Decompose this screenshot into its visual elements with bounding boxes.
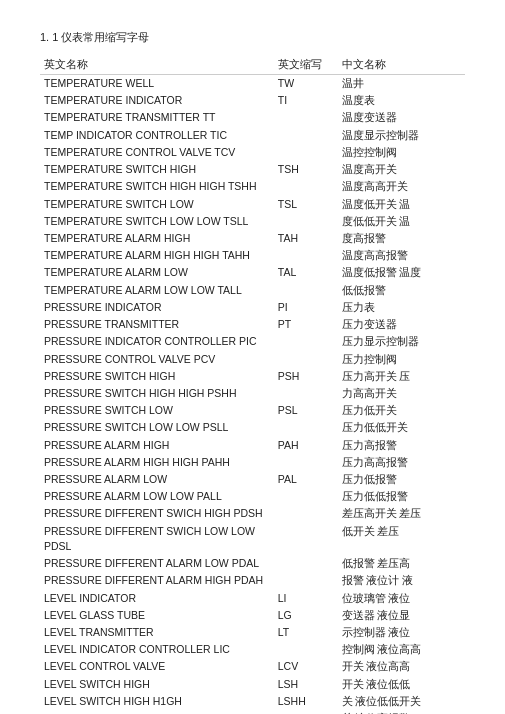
cell-zh-name: 温度低报警 温度	[338, 264, 466, 281]
cell-zh-name: 变送器 液位显	[338, 607, 466, 624]
table-row: PRESSURE SWITCH LOWPSL压力低开关	[40, 402, 465, 419]
cell-zh-name: 低开关 差压	[338, 523, 466, 555]
cell-en-name: PRESSURE TRANSMITTER	[40, 316, 274, 333]
header-zh-name: 中文名称	[338, 55, 466, 75]
table-row: LEVEL INDICATORLI位玻璃管 液位	[40, 590, 465, 607]
table-row: TEMPERATURE ALARM LOW LOW TALL低低报警	[40, 282, 465, 299]
cell-zh-name: 温控控制阀	[338, 144, 466, 161]
cell-zh-name: 报警 液位计 液	[338, 572, 466, 589]
table-row: LEVEL GLASS TUBELG变送器 液位显	[40, 607, 465, 624]
cell-abbr: LCV	[274, 658, 338, 675]
table-row: TEMPERATURE SWITCH HIGH HIGH TSHH温度高高开关	[40, 178, 465, 195]
cell-zh-name: 温度表	[338, 92, 466, 109]
cell-zh-name: 示控制器 液位	[338, 624, 466, 641]
table-row: TEMPERATURE SWITCH LOW LOW TSLL度低低开关 温	[40, 213, 465, 230]
table-row: LEVEL CONTROL VALVELCV开关 液位高高	[40, 658, 465, 675]
cell-en-name: LEVEL SWITCH LOW	[40, 710, 274, 714]
cell-en-name: PRESSURE DIFFERENT ALARM LOW PDAL	[40, 555, 274, 572]
cell-zh-name: 度高报警	[338, 230, 466, 247]
cell-en-name: TEMPERATURE TRANSMITTER TT	[40, 109, 274, 126]
cell-abbr: PT	[274, 316, 338, 333]
cell-en-name: LEVEL CONTROL VALVE	[40, 658, 274, 675]
cell-en-name: PRESSURE SWITCH LOW LOW PSLL	[40, 419, 274, 436]
table-row: PRESSURE DIFFERENT SWICH LOW LOW PDSL低开关…	[40, 523, 465, 555]
table-row: TEMPERATURE ALARM HIGH HIGH TAHH温度高高报警	[40, 247, 465, 264]
cell-zh-name: 关 液位高报警	[338, 710, 466, 714]
cell-en-name: LEVEL GLASS TUBE	[40, 607, 274, 624]
cell-abbr	[274, 385, 338, 402]
header-en-name: 英文名称	[40, 55, 274, 75]
cell-zh-name: 温度高高开关	[338, 178, 466, 195]
cell-en-name: PRESSURE SWITCH HIGH HIGH PSHH	[40, 385, 274, 402]
cell-zh-name: 开关 液位低低	[338, 676, 466, 693]
cell-en-name: TEMPERATURE SWITCH LOW LOW TSLL	[40, 213, 274, 230]
cell-abbr	[274, 178, 338, 195]
cell-abbr: LSHH	[274, 693, 338, 710]
table-row: PRESSURE ALARM LOWPAL压力低报警	[40, 471, 465, 488]
table-row: PRESSURE SWITCH LOW LOW PSLL压力低低开关	[40, 419, 465, 436]
cell-zh-name: 关 液位低低开关	[338, 693, 466, 710]
cell-en-name: PRESSURE DIFFERENT SWICH LOW LOW PDSL	[40, 523, 274, 555]
cell-zh-name: 温井	[338, 75, 466, 93]
table-row: TEMPERATURE SWITCH LOWTSL温度低开关 温	[40, 196, 465, 213]
section-title: 1. 1 仪表常用缩写字母	[40, 30, 465, 45]
cell-en-name: LEVEL SWITCH HIGH H1GH	[40, 693, 274, 710]
cell-abbr	[274, 109, 338, 126]
table-row: PRESSURE DIFFERENT SWICH HIGH PDSH差压高开关 …	[40, 505, 465, 522]
cell-zh-name: 低低报警	[338, 282, 466, 299]
cell-zh-name: 压力表	[338, 299, 466, 316]
table-row: PRESSURE SWITCH HIGHPSH压力高开关 压	[40, 368, 465, 385]
cell-zh-name: 温度变送器	[338, 109, 466, 126]
cell-en-name: LEVEL TRANSMITTER	[40, 624, 274, 641]
cell-en-name: TEMPERATURE SWITCH HIGH	[40, 161, 274, 178]
cell-en-name: LEVEL SWITCH HIGH	[40, 676, 274, 693]
cell-zh-name: 开关 液位高高	[338, 658, 466, 675]
table-row: TEMPERATURE WELLTW温井	[40, 75, 465, 93]
cell-zh-name: 度低低开关 温	[338, 213, 466, 230]
cell-zh-name: 力高高开关	[338, 385, 466, 402]
cell-abbr: PAL	[274, 471, 338, 488]
cell-en-name: TEMP INDICATOR CONTROLLER TIC	[40, 127, 274, 144]
cell-abbr	[274, 488, 338, 505]
cell-abbr: TI	[274, 92, 338, 109]
table-row: TEMPERATURE ALARM HIGHTAH度高报警	[40, 230, 465, 247]
table-row: PRESSURE ALARM HIGHPAH压力高报警	[40, 437, 465, 454]
cell-en-name: PRESSURE ALARM LOW	[40, 471, 274, 488]
cell-abbr: LSL	[274, 710, 338, 714]
cell-en-name: LEVEL INDICATOR	[40, 590, 274, 607]
table-row: TEMP INDICATOR CONTROLLER TIC温度显示控制器	[40, 127, 465, 144]
cell-en-name: TEMPERATURE CONTROL VALVE TCV	[40, 144, 274, 161]
cell-abbr: PSL	[274, 402, 338, 419]
table-row: PRESSURE INDICATOR CONTROLLER PIC压力显示控制器	[40, 333, 465, 350]
cell-abbr	[274, 351, 338, 368]
cell-abbr	[274, 247, 338, 264]
cell-abbr: TSL	[274, 196, 338, 213]
cell-en-name: PRESSURE DIFFERENT ALARM HIGH PDAH	[40, 572, 274, 589]
cell-abbr	[274, 454, 338, 471]
cell-en-name: TEMPERATURE ALARM HIGH	[40, 230, 274, 247]
cell-abbr	[274, 282, 338, 299]
cell-zh-name: 压力控制阀	[338, 351, 466, 368]
cell-abbr: LT	[274, 624, 338, 641]
table-row: TEMPERATURE TRANSMITTER TT温度变送器	[40, 109, 465, 126]
cell-en-name: TEMPERATURE SWITCH HIGH HIGH TSHH	[40, 178, 274, 195]
cell-abbr: PI	[274, 299, 338, 316]
cell-zh-name: 压力变送器	[338, 316, 466, 333]
cell-en-name: PRESSURE ALARM HIGH HIGH PAHH	[40, 454, 274, 471]
cell-abbr: TAL	[274, 264, 338, 281]
table-row: PRESSURE DIFFERENT ALARM HIGH PDAH报警 液位计…	[40, 572, 465, 589]
cell-zh-name: 温度低开关 温	[338, 196, 466, 213]
cell-en-name: TEMPERATURE ALARM LOW LOW TALL	[40, 282, 274, 299]
cell-en-name: TEMPERATURE WELL	[40, 75, 274, 93]
cell-abbr	[274, 572, 338, 589]
cell-abbr	[274, 419, 338, 436]
cell-zh-name: 压力高开关 压	[338, 368, 466, 385]
cell-zh-name: 温度显示控制器	[338, 127, 466, 144]
cell-en-name: PRESSURE INDICATOR CONTROLLER PIC	[40, 333, 274, 350]
cell-abbr	[274, 127, 338, 144]
cell-abbr: TW	[274, 75, 338, 93]
header-abbr: 英文缩写	[274, 55, 338, 75]
cell-zh-name: 压力高报警	[338, 437, 466, 454]
cell-en-name: TEMPERATURE ALARM LOW	[40, 264, 274, 281]
cell-zh-name: 压力低低开关	[338, 419, 466, 436]
